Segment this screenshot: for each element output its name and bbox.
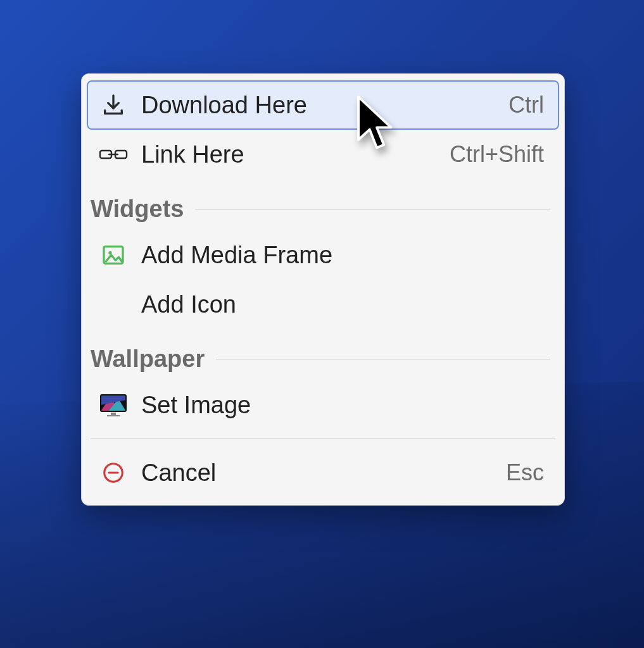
section-header-wallpaper: Wallpaper [87,329,559,380]
menu-item-cancel[interactable]: Cancel Esc [87,448,559,497]
section-title: Wallpaper [91,346,205,373]
monitor-wallpaper-icon [98,392,129,418]
menu-item-label: Link Here [141,141,244,168]
svg-rect-11 [107,415,120,416]
menu-separator [91,439,555,439]
menu-item-add-media-frame[interactable]: Add Media Frame [87,230,559,280]
link-icon [98,145,129,164]
download-icon [98,92,129,118]
menu-item-shortcut: Ctrl [508,92,544,118]
menu-item-label: Add Icon [141,291,236,318]
menu-item-label: Cancel [141,459,216,487]
section-header-widgets: Widgets [87,179,559,230]
context-menu: Download Here Ctrl Link Here Ctrl+Shift … [81,73,565,506]
menu-item-label: Download Here [141,92,307,119]
section-rule [216,359,550,359]
media-frame-icon [98,242,129,268]
section-title: Widgets [91,196,184,223]
menu-item-shortcut: Esc [506,459,544,486]
menu-item-download-here[interactable]: Download Here Ctrl [87,80,559,130]
svg-rect-10 [111,413,116,415]
menu-item-link-here[interactable]: Link Here Ctrl+Shift [87,130,559,179]
menu-item-label: Set Image [141,392,251,419]
menu-item-label: Add Media Frame [141,242,332,269]
cancel-icon [98,461,129,485]
section-rule [195,209,550,209]
menu-item-set-image[interactable]: Set Image [87,380,559,430]
menu-item-shortcut: Ctrl+Shift [450,141,544,168]
menu-item-add-icon[interactable]: Add Icon [87,280,559,329]
